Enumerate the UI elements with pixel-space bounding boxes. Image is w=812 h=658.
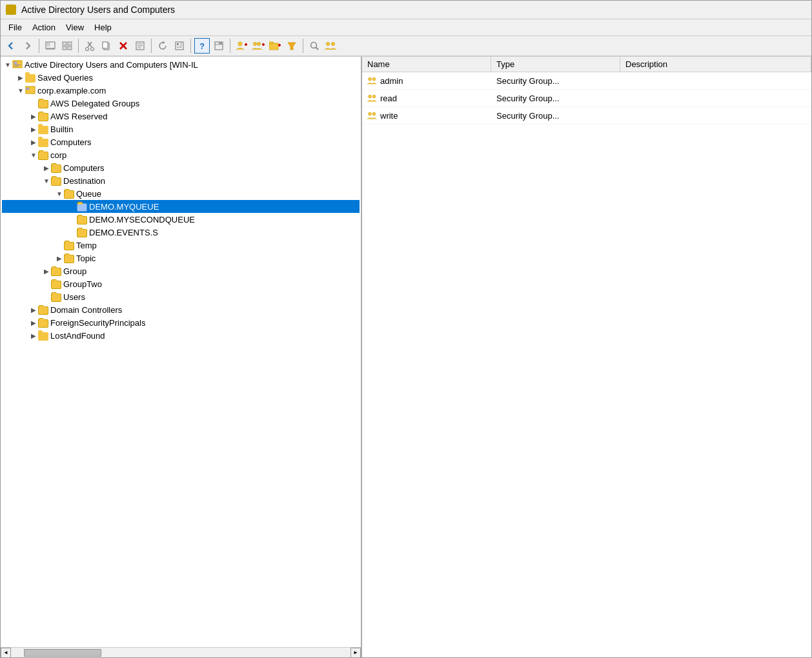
horizontal-scrollbar[interactable]: ◄ ► <box>1 647 361 657</box>
svg-line-41 <box>316 48 319 50</box>
aws-reserved-label: AWS Reserved <box>50 112 107 121</box>
tree-demo-events[interactable]: ▶ DEMO.EVENTS.S <box>2 226 360 239</box>
menu-file[interactable]: File <box>3 21 27 34</box>
builtin-toggle[interactable]: ▶ <box>29 125 38 134</box>
topic-toggle[interactable]: ▶ <box>55 254 64 263</box>
corp-computers-toggle[interactable]: ▶ <box>42 163 51 172</box>
tree-builtin-node: ▶ Builtin <box>2 123 360 135</box>
tree-lostandfound-node: ▶ LostAndFound <box>2 329 360 342</box>
new-ou-button[interactable] <box>267 38 283 54</box>
domain-label: corp.example.com <box>37 86 106 95</box>
refresh-button[interactable] <box>155 38 170 54</box>
cell-type: Security Group... <box>491 92 620 105</box>
tree-queue[interactable]: ▼ Queue <box>2 187 360 200</box>
tree-temp[interactable]: ▶ Temp <box>2 239 360 252</box>
col-name[interactable]: Name <box>362 57 491 72</box>
tree-aws-reserved[interactable]: ▶ AWS Reserved <box>2 110 360 123</box>
tree-corp-computers[interactable]: ▶ Computers <box>2 161 360 174</box>
forward-button[interactable] <box>20 38 36 54</box>
list-item[interactable]: admin Security Group... <box>362 72 811 90</box>
computers-top-toggle[interactable]: ▶ <box>29 137 38 146</box>
computers-top-icon <box>38 137 48 147</box>
destination-toggle[interactable]: ▼ <box>42 176 51 185</box>
tree-corp[interactable]: ▼ corp <box>2 148 360 161</box>
tree-saved-queries-node: ▶ Saved Queries <box>2 71 360 84</box>
back-button[interactable] <box>3 38 19 54</box>
title-bar: Active Directory Users and Computers <box>1 1 811 19</box>
lostandfound-toggle[interactable]: ▶ <box>29 331 38 340</box>
tree-grouptwo[interactable]: ▶ GroupTwo <box>2 277 360 290</box>
tree-aws-delegated-node: ▶ AWS Delegated Groups <box>2 97 360 110</box>
svg-marker-19 <box>163 41 165 44</box>
queue-toggle[interactable]: ▼ <box>55 189 64 198</box>
find-button[interactable] <box>307 38 322 54</box>
console-button[interactable] <box>211 38 227 54</box>
tree-builtin[interactable]: ▶ Builtin <box>2 123 360 135</box>
cell-name: admin <box>362 74 491 87</box>
col-type[interactable]: Type <box>491 57 620 72</box>
tree-temp-node: ▶ Temp <box>2 239 360 252</box>
tree-destination[interactable]: ▼ Destination <box>2 174 360 187</box>
tree-group[interactable]: ▶ Group <box>2 264 360 277</box>
tree-container[interactable]: ▼ Active Directory Users and Computers [… <box>1 57 361 647</box>
cut-button[interactable] <box>82 38 97 54</box>
tree-demo-mysecondqueue[interactable]: ▶ DEMO.MYSECONDQUEUE <box>2 213 360 226</box>
new-group-button[interactable] <box>250 38 266 54</box>
tree-demo-events-node: ▶ DEMO.EVENTS.S <box>2 226 360 239</box>
help-button[interactable]: ? <box>194 38 210 54</box>
svg-rect-48 <box>26 86 35 94</box>
item-name-label: read <box>380 94 397 103</box>
corp-label: corp <box>50 150 66 160</box>
menu-help[interactable]: Help <box>89 21 117 34</box>
main-window: Active Directory Users and Computers Fil… <box>0 0 812 658</box>
tree-demo-mysecondqueue-node: ▶ DEMO.MYSECONDQUEUE <box>2 213 360 226</box>
tree-saved-queries[interactable]: ▶ Saved Queries <box>2 71 360 84</box>
properties-button[interactable] <box>132 38 148 54</box>
tree-demo-myqueue[interactable]: ▶ DEMO.MYQUEUE <box>2 200 360 213</box>
filter-button[interactable] <box>284 38 299 54</box>
col-description[interactable]: Description <box>620 57 811 72</box>
export-button[interactable] <box>172 38 187 54</box>
tree-topic[interactable]: ▶ Topic <box>2 252 360 264</box>
svg-rect-27 <box>219 43 222 44</box>
delete-button[interactable] <box>116 38 131 54</box>
saved-queries-toggle[interactable]: ▶ <box>16 73 25 82</box>
delegate-button[interactable] <box>323 38 339 54</box>
view-button[interactable] <box>59 38 75 54</box>
svg-rect-4 <box>68 42 72 45</box>
scroll-right[interactable]: ► <box>350 648 361 658</box>
list-item[interactable]: write Security Group... <box>362 107 811 125</box>
svg-marker-39 <box>288 43 296 50</box>
root-toggle[interactable]: ▼ <box>3 60 12 69</box>
topic-icon <box>64 253 74 263</box>
corp-computers-icon <box>51 163 61 173</box>
foreign-toggle[interactable]: ▶ <box>29 318 38 327</box>
domain-controllers-toggle[interactable]: ▶ <box>29 305 38 314</box>
tree-domain[interactable]: ▼ corp.example.com <box>2 84 360 97</box>
scroll-track[interactable] <box>11 648 350 657</box>
grouptwo-spacer: ▶ <box>42 279 51 288</box>
corp-toggle[interactable]: ▼ <box>29 150 38 159</box>
group-toggle[interactable]: ▶ <box>42 266 51 275</box>
tree-lostandfound[interactable]: ▶ LostAndFound <box>2 329 360 342</box>
copy-button[interactable] <box>99 38 114 54</box>
grouptwo-label: GroupTwo <box>63 279 102 289</box>
tree-users[interactable]: ▶ Users <box>2 290 360 303</box>
tree-aws-delegated[interactable]: ▶ AWS Delegated Groups <box>2 97 360 110</box>
tree-root[interactable]: ▼ Active Directory Users and Computers [… <box>2 58 360 71</box>
aws-reserved-toggle[interactable]: ▶ <box>29 112 38 121</box>
domain-toggle[interactable]: ▼ <box>16 86 25 95</box>
scroll-thumb[interactable] <box>24 649 101 657</box>
svg-rect-20 <box>176 42 183 50</box>
scroll-left[interactable]: ◄ <box>1 648 11 658</box>
tree-foreign[interactable]: ▶ ForeignSecurityPrincipals <box>2 316 360 329</box>
show-console-button[interactable] <box>43 38 58 54</box>
list-item[interactable]: read Security Group... <box>362 90 811 107</box>
new-user-button[interactable] <box>234 38 249 54</box>
tree-domain-controllers[interactable]: ▶ Domain Controllers <box>2 303 360 316</box>
list-body: admin Security Group... <box>362 72 811 657</box>
tree-demo-myqueue-node: ▶ DEMO.MYQUEUE <box>2 200 360 213</box>
menu-action[interactable]: Action <box>27 21 61 34</box>
menu-view[interactable]: View <box>61 21 89 34</box>
tree-computers-top[interactable]: ▶ Computers <box>2 135 360 148</box>
